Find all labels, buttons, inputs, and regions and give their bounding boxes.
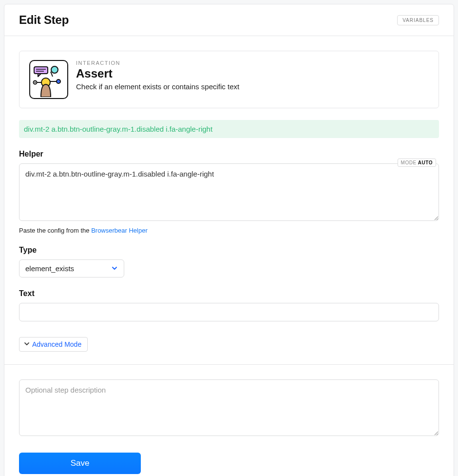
svg-rect-0: [34, 67, 48, 74]
interaction-eyebrow: INTERACTION: [76, 60, 239, 66]
type-select-wrap: element_exists: [19, 259, 124, 278]
variables-button[interactable]: VARIABLES: [397, 15, 439, 25]
interaction-meta: INTERACTION Assert Check if an element e…: [76, 60, 239, 91]
svg-point-3: [51, 66, 58, 73]
advanced-mode-label: Advanced Mode: [32, 340, 81, 348]
helper-hint-text: Paste the config from the: [19, 227, 91, 234]
text-input[interactable]: [19, 303, 439, 321]
mode-badge[interactable]: MODE AUTO: [398, 159, 436, 167]
helper-textarea[interactable]: [19, 163, 439, 221]
page-title: Edit Step: [19, 13, 69, 27]
chevron-down-icon: [24, 341, 29, 348]
edit-step-card: Edit Step VARIABLES: [4, 4, 454, 476]
helper-label: Helper: [19, 150, 439, 159]
assert-icon: [29, 60, 68, 99]
helper-field: Helper MODE AUTO Paste the config from t…: [19, 150, 439, 234]
text-field: Text: [19, 289, 439, 321]
interaction-description: Check if an element exists or contains s…: [76, 82, 239, 91]
type-select[interactable]: element_exists: [19, 259, 124, 278]
svg-point-9: [35, 82, 36, 83]
type-field: Type element_exists: [19, 246, 439, 278]
mode-prefix: MODE: [401, 160, 418, 165]
browserbear-helper-link[interactable]: Browserbear Helper: [91, 227, 148, 234]
selector-preview: div.mt-2 a.btn.btn-outline-gray.m-1.disa…: [19, 120, 439, 138]
separator: [4, 364, 454, 365]
description-textarea[interactable]: [19, 379, 439, 436]
interaction-title: Assert: [76, 67, 239, 80]
type-label: Type: [19, 246, 439, 255]
interaction-box: INTERACTION Assert Check if an element e…: [19, 51, 439, 108]
card-header: Edit Step VARIABLES: [4, 4, 454, 36]
helper-hint: Paste the config from the Browserbear He…: [19, 227, 439, 234]
advanced-mode-button[interactable]: Advanced Mode: [19, 337, 88, 352]
svg-point-6: [57, 79, 60, 83]
mode-value: AUTO: [418, 160, 433, 165]
save-button[interactable]: Save: [19, 453, 141, 474]
text-label: Text: [19, 289, 439, 298]
card-body: INTERACTION Assert Check if an element e…: [4, 36, 454, 476]
